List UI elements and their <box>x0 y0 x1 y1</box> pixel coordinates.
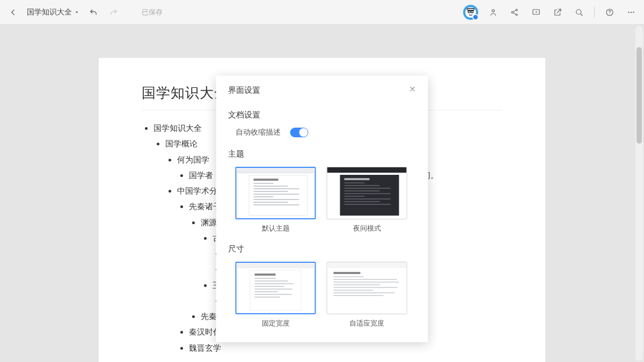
vertical-scrollbar[interactable] <box>635 26 643 361</box>
size-option-fixed[interactable]: 固定宽度 <box>236 262 316 328</box>
theme-option-label: 夜间模式 <box>353 224 381 233</box>
work-area: 国学知识大全 国学知识大全 国学概论 何为国学 国学者，………………………………… <box>0 25 644 362</box>
present-button[interactable] <box>530 6 543 19</box>
svg-point-6 <box>516 14 517 16</box>
doc-settings-heading: 文档设置 <box>228 110 416 120</box>
help-button[interactable] <box>603 6 616 19</box>
undo-button[interactable] <box>87 6 100 19</box>
svg-point-12 <box>631 11 632 12</box>
scrollbar-thumb[interactable] <box>636 47 642 144</box>
collaborators-button[interactable] <box>487 6 500 19</box>
close-icon <box>409 85 416 93</box>
more-button[interactable] <box>625 6 638 19</box>
undo-icon <box>89 8 98 17</box>
size-option-label: 自适应宽度 <box>349 319 384 328</box>
share-icon <box>510 8 519 17</box>
help-icon <box>605 8 614 17</box>
save-status: 已保存 <box>142 8 163 17</box>
avatar-face-icon <box>465 6 477 18</box>
external-link-button[interactable] <box>551 6 564 19</box>
theme-option-label: 默认主题 <box>262 224 290 233</box>
modal-title: 界面设置 <box>228 85 260 95</box>
topbar: 国学知识大全 已保存 <box>0 0 644 25</box>
size-option-fluid[interactable]: 自适应宽度 <box>327 262 407 328</box>
back-button[interactable] <box>6 6 19 19</box>
document-title-text: 国学知识大全 <box>27 8 72 17</box>
search-icon <box>574 8 584 17</box>
redo-button[interactable] <box>107 6 120 19</box>
toolbar-divider <box>594 7 595 18</box>
modal-close-button[interactable] <box>409 85 416 95</box>
size-preview-fixed <box>236 262 316 314</box>
chevron-left-icon <box>8 8 18 17</box>
theme-preview-dark <box>327 167 407 219</box>
presentation-icon <box>531 8 541 17</box>
avatar[interactable] <box>463 5 478 20</box>
svg-point-10 <box>609 13 610 14</box>
size-heading: 尺寸 <box>228 244 416 254</box>
theme-heading: 主题 <box>228 149 416 159</box>
auto-collapse-toggle[interactable] <box>290 128 309 137</box>
svg-point-11 <box>628 11 629 12</box>
theme-option-night[interactable]: 夜间模式 <box>327 167 407 233</box>
auto-collapse-label: 自动收缩描述 <box>236 128 281 137</box>
svg-point-4 <box>511 11 513 13</box>
size-option-label: 固定宽度 <box>262 319 290 328</box>
caret-down-icon <box>74 10 79 15</box>
document-title-dropdown[interactable]: 国学知识大全 <box>27 8 79 17</box>
interface-settings-modal: 界面设置 文档设置 自动收缩描述 主题 <box>216 76 428 342</box>
svg-point-13 <box>633 11 634 12</box>
svg-point-3 <box>492 9 495 12</box>
share-button[interactable] <box>508 6 521 19</box>
svg-point-8 <box>576 9 581 14</box>
external-link-icon <box>553 8 562 17</box>
svg-point-5 <box>516 9 517 11</box>
size-preview-fluid <box>327 262 407 314</box>
more-horizontal-icon <box>626 8 636 17</box>
theme-option-default[interactable]: 默认主题 <box>236 167 316 233</box>
redo-icon <box>109 8 119 17</box>
search-button[interactable] <box>573 6 586 19</box>
user-icon <box>488 8 498 17</box>
theme-preview-light <box>236 167 316 219</box>
